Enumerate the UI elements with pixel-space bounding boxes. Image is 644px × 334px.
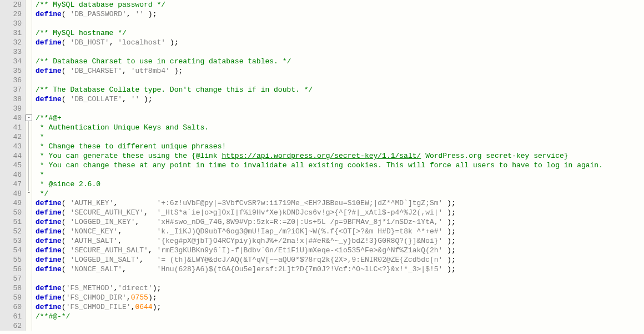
code-line[interactable]: * Change these to different unique phras… — [36, 142, 644, 151]
line-number: 60 — [0, 302, 22, 312]
code-line[interactable]: define( 'DB_HOST', 'localhost' ); — [36, 38, 644, 47]
code-line[interactable]: define( 'DB_COLLATE', '' ); — [36, 94, 644, 104]
code-line[interactable]: define('FS_METHOD','direct'); — [36, 283, 644, 293]
code-line[interactable] — [36, 274, 644, 283]
line-number: 46 — [0, 170, 22, 180]
code-line[interactable]: define( 'LOGGED_IN_SALT', '= (th]&LWY@&d… — [36, 255, 644, 265]
line-number: 58 — [0, 283, 22, 293]
code-line[interactable]: /** MySQL hostname */ — [36, 28, 644, 38]
code-line[interactable]: /** MySQL database password */ — [36, 0, 644, 9]
code-line[interactable]: * You can change these at any point in t… — [36, 161, 644, 170]
line-number: 47 — [0, 180, 22, 189]
code-area[interactable]: /** MySQL database password */define( 'D… — [32, 0, 644, 331]
fold-start-icon[interactable]: - — [26, 114, 32, 121]
code-line[interactable]: * Authentication Unique Keys and Salts. — [36, 123, 644, 132]
line-number: 34 — [0, 57, 22, 66]
code-line[interactable]: * — [36, 170, 644, 180]
line-number: 29 — [0, 9, 22, 19]
line-number: 33 — [0, 47, 22, 57]
line-number: 49 — [0, 198, 22, 208]
code-line[interactable]: /**#@-*/ — [36, 312, 644, 321]
code-line[interactable] — [36, 104, 644, 113]
line-number: 42 — [0, 132, 22, 142]
line-number: 57 — [0, 274, 22, 283]
line-number: 41 — [0, 123, 22, 132]
code-line[interactable] — [36, 321, 644, 331]
line-number: 61 — [0, 312, 22, 321]
line-number: 48 — [0, 189, 22, 198]
fold-gutter: -- — [26, 0, 32, 331]
code-line[interactable]: /** The Database Collate type. Don't cha… — [36, 85, 644, 94]
line-number: 35 — [0, 66, 22, 76]
code-line[interactable]: define('FS_CHMOD_DIR',0755); — [36, 293, 644, 302]
code-line[interactable]: define( 'SECURE_AUTH_SALT', 'rmE3gKUBKn9… — [36, 246, 644, 255]
code-line[interactable]: /** Database Charset to use in creating … — [36, 57, 644, 66]
line-number: 50 — [0, 208, 22, 217]
line-number-gutter: 2829303132333435363738394041424344454647… — [0, 0, 26, 331]
code-line[interactable]: * You can generate these using the {@lin… — [36, 151, 644, 161]
line-number: 44 — [0, 151, 22, 161]
code-line[interactable]: define('FS_CHMOD_FILE',0644); — [36, 302, 644, 312]
line-number: 55 — [0, 255, 22, 265]
line-number: 51 — [0, 217, 22, 227]
line-number: 37 — [0, 85, 22, 94]
line-number: 56 — [0, 265, 22, 274]
doc-link[interactable]: https://api.wordpress.org/secret-key/1.1… — [222, 152, 421, 160]
fold-end-icon: - — [26, 190, 32, 197]
line-number: 28 — [0, 0, 22, 9]
code-line[interactable]: * — [36, 132, 644, 142]
line-number: 62 — [0, 321, 22, 331]
line-number: 36 — [0, 76, 22, 85]
code-line[interactable] — [36, 76, 644, 85]
code-line[interactable]: define( 'AUTH_SALT', '{keg#pX@jbT}O4RCYp… — [36, 236, 644, 246]
code-line[interactable]: * @since 2.6.0 — [36, 180, 644, 189]
code-line[interactable]: define( 'DB_PASSWORD', '' ); — [36, 9, 644, 19]
line-number: 59 — [0, 293, 22, 302]
line-number: 31 — [0, 28, 22, 38]
code-line[interactable]: /**#@+ — [36, 113, 644, 123]
code-line[interactable]: define( 'SECURE_AUTH_KEY', '_HtS*a`ie|o>… — [36, 208, 644, 217]
code-line[interactable]: define( 'NONCE_KEY', 'k._IiKJ)QD9ubT^6og… — [36, 227, 644, 236]
code-line[interactable] — [36, 19, 644, 28]
line-number: 30 — [0, 19, 22, 28]
line-number: 45 — [0, 161, 22, 170]
line-number: 52 — [0, 227, 22, 236]
line-number: 39 — [0, 104, 22, 113]
code-line[interactable]: define( 'NONCE_SALT', 'Hnu(628}A6)$(tGA{… — [36, 265, 644, 274]
code-line[interactable]: define( 'DB_CHARSET', 'utf8mb4' ); — [36, 66, 644, 76]
line-number: 40 — [0, 113, 22, 123]
line-number: 32 — [0, 38, 22, 47]
code-line[interactable]: define( 'LOGGED_IN_KEY', 'xH#swo_nDG_74G… — [36, 217, 644, 227]
code-editor: 2829303132333435363738394041424344454647… — [0, 0, 644, 331]
line-number: 43 — [0, 142, 22, 151]
code-line[interactable] — [36, 47, 644, 57]
code-line[interactable]: define( 'AUTH_KEY', '+:6z!uVbF@py|=3VbfC… — [36, 198, 644, 208]
line-number: 38 — [0, 94, 22, 104]
line-number: 54 — [0, 246, 22, 255]
line-number: 53 — [0, 236, 22, 246]
code-line[interactable]: */ — [36, 189, 644, 198]
